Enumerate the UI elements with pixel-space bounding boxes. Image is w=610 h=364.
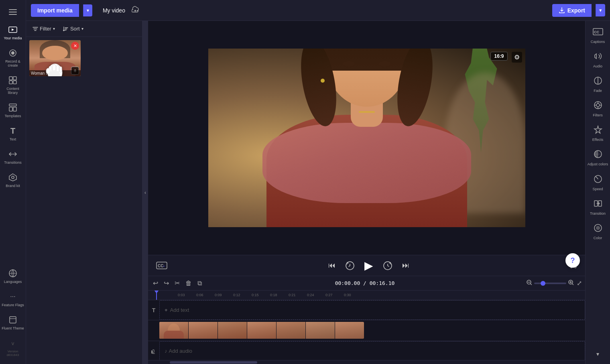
export-button[interactable]: Export bbox=[552, 4, 592, 17]
text-icon: T bbox=[8, 126, 18, 136]
sidebar-item-content-library[interactable]: Content library bbox=[0, 71, 26, 99]
audio-track-content[interactable]: ♪ Add audio bbox=[159, 341, 585, 360]
redo-button[interactable]: ↪ bbox=[162, 278, 171, 289]
preview-container: ⚙ 16:9 bbox=[148, 21, 585, 255]
timeline-scrollbar[interactable] bbox=[148, 360, 585, 364]
right-panel-collapse-button[interactable]: ▾ bbox=[596, 351, 599, 357]
video-thumb-7 bbox=[335, 322, 364, 339]
add-text-icon: + bbox=[165, 307, 168, 313]
transition-icon bbox=[594, 199, 602, 210]
svg-text:+: + bbox=[163, 264, 165, 268]
rewind-button[interactable] bbox=[344, 259, 356, 272]
right-panel-effects[interactable]: Effects bbox=[586, 121, 610, 146]
fluent-theme-icon bbox=[8, 315, 18, 325]
import-media-button[interactable]: Import media bbox=[31, 4, 79, 17]
skip-to-end-button[interactable]: ⏭ bbox=[401, 260, 411, 271]
preview-settings-button[interactable]: ⚙ bbox=[512, 52, 522, 63]
video-thumb-6 bbox=[306, 322, 335, 339]
copy-button[interactable]: ⧉ bbox=[196, 278, 203, 289]
playback-left: CC + bbox=[155, 260, 169, 271]
video-track-content[interactable] bbox=[159, 320, 585, 341]
filter-button[interactable]: Filter ▾ bbox=[30, 24, 57, 33]
color-icon bbox=[594, 224, 602, 234]
ruler-mark-1: 0:03 bbox=[178, 293, 196, 297]
sort-button[interactable]: Sort ▾ bbox=[61, 24, 86, 33]
right-panel-color[interactable]: Color bbox=[586, 220, 610, 244]
transitions-icon bbox=[8, 149, 18, 159]
sidebar-item-record-create[interactable]: Record & create bbox=[0, 44, 26, 71]
sidebar-item-brand-kit[interactable]: Brand kit bbox=[0, 169, 26, 192]
svg-rect-9 bbox=[13, 81, 16, 84]
video-strip bbox=[159, 322, 364, 339]
right-panel-filters-label: Filters bbox=[593, 113, 603, 117]
hamburger-menu[interactable] bbox=[0, 3, 26, 21]
svg-rect-16 bbox=[10, 317, 16, 323]
sort-chevron-icon: ▾ bbox=[81, 26, 83, 31]
zoom-thumb bbox=[541, 281, 545, 286]
captions-button[interactable]: CC + bbox=[155, 260, 169, 271]
right-panel-collapse-area: ▾ bbox=[596, 347, 599, 361]
sidebar-item-version-label: Versiond831843 bbox=[6, 350, 19, 357]
sidebar-item-fluent-theme[interactable]: Fluent Theme bbox=[0, 311, 26, 334]
your-media-icon bbox=[8, 25, 18, 35]
skip-to-start-button[interactable]: ⏮ bbox=[327, 260, 337, 271]
import-media-dropdown[interactable]: ▾ bbox=[83, 4, 92, 16]
sidebar-item-text[interactable]: T Text bbox=[0, 122, 26, 145]
sidebar-item-templates[interactable]: Templates bbox=[0, 99, 26, 122]
media-delete-button[interactable]: ✕ bbox=[71, 42, 79, 50]
svg-marker-13 bbox=[9, 174, 16, 181]
right-panel-speed[interactable]: Speed bbox=[586, 171, 610, 195]
version-icon: v bbox=[8, 338, 18, 348]
fade-icon bbox=[594, 76, 602, 87]
sidebar-item-transitions[interactable]: Transitions bbox=[0, 145, 26, 169]
sidebar-item-your-media[interactable]: Your media bbox=[0, 21, 26, 44]
video-track-row bbox=[148, 320, 585, 341]
add-text-area[interactable]: + Add text bbox=[159, 300, 585, 320]
sidebar-item-feature-flags[interactable]: ··· Feature Flags bbox=[0, 288, 26, 311]
zoom-in-button[interactable] bbox=[568, 279, 574, 287]
adjust-colors-icon bbox=[594, 150, 602, 161]
right-panel-captions[interactable]: CC Captions bbox=[586, 24, 610, 48]
right-panel-effects-label: Effects bbox=[592, 138, 603, 142]
timeline-expand-button[interactable]: ⤢ bbox=[577, 279, 582, 287]
delete-button[interactable]: 🗑 bbox=[184, 278, 193, 289]
sidebar-item-languages-label: Languages bbox=[4, 280, 22, 284]
timeline-tracks: T + Add text bbox=[148, 300, 585, 360]
right-panel-captions-label: Captions bbox=[591, 40, 605, 44]
svg-rect-11 bbox=[9, 107, 12, 111]
media-toolbar: Filter ▾ Sort ▾ bbox=[26, 21, 142, 37]
sidebar-item-text-label: Text bbox=[10, 137, 16, 141]
text-track-content[interactable]: + Add text bbox=[159, 300, 585, 320]
top-right-area: Export ▾ bbox=[552, 4, 605, 17]
tab-my-video[interactable]: My video bbox=[100, 6, 128, 15]
help-button[interactable]: ? bbox=[565, 253, 580, 268]
ruler-mark-9: 0:27 bbox=[325, 293, 344, 297]
cut-button[interactable]: ✂ bbox=[173, 278, 181, 289]
right-panel-filters[interactable]: Filters bbox=[586, 97, 610, 121]
sidebar-item-languages[interactable]: Languages bbox=[0, 264, 26, 288]
video-thumb-4 bbox=[247, 322, 276, 339]
sidebar-item-brand-kit-label: Brand kit bbox=[6, 184, 20, 188]
timeline-toolbar: ↩ ↪ ✂ 🗑 ⧉ 00:00.00 / 00:16.10 bbox=[148, 276, 585, 291]
video-thumb-2 bbox=[189, 322, 218, 339]
sidebar-item-templates-label: Templates bbox=[4, 114, 21, 118]
effects-icon bbox=[594, 125, 602, 136]
play-button[interactable]: ▶ bbox=[363, 257, 375, 274]
right-panel-audio[interactable]: Audio bbox=[586, 48, 610, 72]
right-panel-audio-label: Audio bbox=[593, 64, 602, 68]
fast-forward-button[interactable] bbox=[381, 259, 394, 272]
timeline-scroll-thumb[interactable] bbox=[170, 361, 257, 364]
content-area: Filter ▾ Sort ▾ bbox=[26, 21, 610, 364]
export-dropdown[interactable]: ▾ bbox=[596, 4, 605, 16]
zoom-slider[interactable] bbox=[534, 283, 566, 284]
add-audio-area[interactable]: ♪ Add audio bbox=[159, 341, 585, 360]
right-panel-transition[interactable]: Transition bbox=[586, 195, 610, 220]
panel-collapse-button[interactable]: ‹ bbox=[142, 21, 148, 364]
video-thumb-1 bbox=[159, 322, 188, 339]
svg-rect-0 bbox=[9, 9, 17, 10]
right-panel-fade[interactable]: Fade bbox=[586, 72, 610, 97]
undo-button[interactable]: ↩ bbox=[151, 278, 160, 289]
media-item-woman-sitting[interactable]: ✕ + Woman sittin... Add to timeline bbox=[29, 40, 81, 76]
zoom-out-button[interactable] bbox=[526, 279, 533, 287]
right-panel-adjust-colors[interactable]: Adjust colors bbox=[586, 146, 610, 171]
